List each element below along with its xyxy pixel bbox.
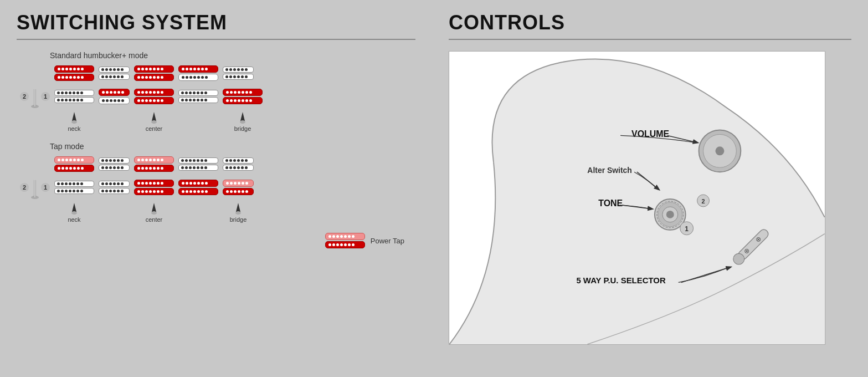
- svg-point-11: [715, 146, 724, 155]
- mode1-label: Standard humbucker+ mode: [50, 51, 415, 60]
- right-panel: CONTROLS 1 2: [432, 0, 868, 377]
- left-divider: [17, 39, 415, 40]
- legend: Power Tap: [17, 233, 404, 248]
- center-label-1: center: [146, 125, 163, 132]
- humbucker-mode-section: Standard humbucker+ mode: [17, 51, 415, 132]
- lever-icon-2: [30, 175, 40, 200]
- switch-symbol-bridge-2: [233, 202, 244, 216]
- svg-text:2: 2: [702, 198, 705, 205]
- lever-icon-1: [30, 84, 40, 109]
- left-panel: SWITCHING SYSTEM Standard humbucker+ mod…: [0, 0, 432, 377]
- controls-title: CONTROLS: [449, 11, 851, 34]
- svg-point-7: [71, 211, 77, 215]
- svg-point-3: [151, 120, 157, 124]
- mode2-label: Tap mode: [50, 142, 415, 151]
- legend-power-tap-pickup: [325, 233, 365, 248]
- tap-mode-section: Tap mode: [17, 142, 415, 223]
- svg-point-8: [151, 211, 157, 215]
- switching-system-title: SWITCHING SYSTEM: [17, 11, 415, 34]
- svg-point-9: [235, 211, 241, 215]
- switch-symbol-center-2: [148, 202, 160, 216]
- switch-badge-2: 2: [20, 92, 29, 101]
- controls-svg: 1 2 ⊕ ⊕ VOLUME Alter Switch TONE: [449, 52, 825, 344]
- switch-badge-2b: 2: [20, 183, 29, 192]
- neck-label-2: neck: [68, 216, 80, 223]
- switch-symbol-neck-2: [69, 202, 80, 216]
- svg-text:1: 1: [685, 225, 689, 233]
- selector-label-text: 5 WAY P.U. SELECTOR: [576, 276, 666, 285]
- tone-label-text: TONE: [598, 198, 623, 208]
- bridge-label-2: bridge: [230, 216, 247, 223]
- svg-point-14: [666, 211, 674, 218]
- controls-diagram: 1 2 ⊕ ⊕ VOLUME Alter Switch TONE: [449, 51, 825, 345]
- neck-label-1: neck: [68, 125, 80, 132]
- switch-symbol-bridge-1: [237, 111, 248, 125]
- center-label-2: center: [146, 216, 163, 223]
- svg-point-4: [240, 120, 245, 124]
- power-tap-legend-label: Power Tap: [371, 237, 404, 245]
- svg-rect-1: [34, 89, 36, 106]
- switch-symbol-center-1: [148, 111, 160, 125]
- switch-symbol-neck-1: [69, 111, 80, 125]
- right-divider: [449, 39, 851, 40]
- bridge-label-1: bridge: [234, 125, 251, 132]
- switch-badge-1: 1: [41, 92, 50, 101]
- svg-point-2: [71, 120, 77, 124]
- switch-badge-1b: 1: [41, 183, 50, 192]
- svg-rect-6: [34, 180, 36, 197]
- alter-switch-label-text: Alter Switch: [587, 166, 632, 175]
